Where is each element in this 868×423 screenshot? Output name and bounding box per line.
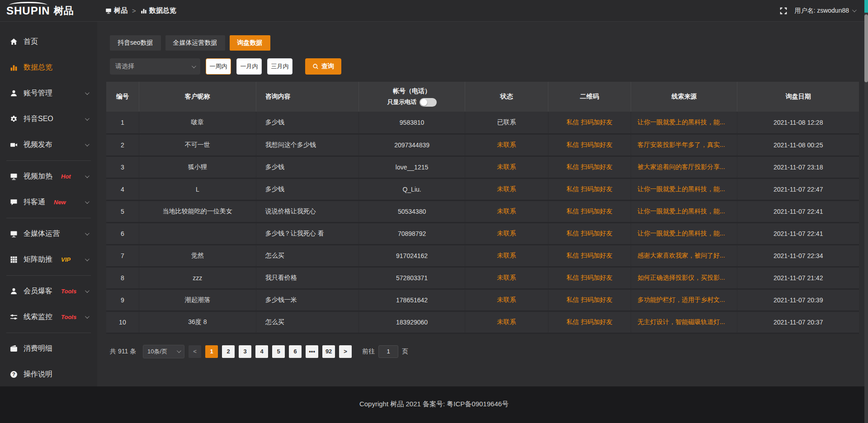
logo-text-en: SHUPIN: [6, 5, 50, 16]
next-page-button[interactable]: >: [339, 345, 352, 358]
qrcode-link[interactable]: 私信 扫码加好友: [566, 118, 613, 126]
cell-date: 2021-11-07 21:42: [737, 267, 859, 289]
phone-toggle-label: 只显示电话: [387, 98, 417, 106]
search-button[interactable]: 查询: [305, 58, 341, 75]
sidebar-item-线索监控[interactable]: 线索监控Tools: [0, 304, 97, 330]
page-button-92[interactable]: 92: [322, 345, 335, 358]
tab-inquiry-data[interactable]: 询盘数据: [230, 35, 270, 51]
cell-source[interactable]: 客厅安装投影半年多了，真实...: [631, 134, 737, 156]
cell-source[interactable]: 让你一眼就爱上的黑科技，能...: [631, 178, 737, 200]
sidebar-item-抖音SEO[interactable]: 抖音SEO: [0, 106, 97, 132]
goto-page-input[interactable]: [378, 345, 398, 358]
sidebar-item-视频发布[interactable]: 视频发布: [0, 132, 97, 158]
copyright-text: Copyright 树品 2021 备案号: 粤ICP备09019646号: [359, 400, 509, 423]
cell-account: Q_Liu.: [359, 178, 465, 200]
chevron-down-icon: [85, 257, 90, 261]
cell-source[interactable]: 让你一眼就爱上的黑科技，能...: [631, 200, 737, 222]
tab-douyin-seo-data[interactable]: 抖音seo数据: [110, 35, 161, 51]
cell-nickname: 潮起潮落: [139, 289, 256, 311]
sidebar-item-label: 账号管理: [24, 89, 52, 98]
page-button-1[interactable]: 1: [205, 345, 218, 358]
search-button-label: 查询: [321, 62, 334, 70]
qrcode-link[interactable]: 私信 扫码加好友: [566, 163, 613, 170]
page-ellipsis-button[interactable]: •••: [306, 345, 318, 358]
sidebar-item-label: 操作说明: [24, 370, 52, 379]
qrcode-link[interactable]: 私信 扫码加好友: [566, 230, 613, 237]
cell-qrcode: 私信 扫码加好友: [548, 222, 631, 244]
cell-source[interactable]: 多功能护栏灯，适用于乡村文...: [631, 289, 737, 311]
app-logo: SHUPIN 树品: [0, 4, 97, 18]
select-placeholder: 请选择: [115, 62, 134, 70]
username: 用户名: zswodun88: [794, 7, 849, 15]
scrollbar-thumb[interactable]: [864, 14, 868, 82]
cell-status: 未联系: [465, 178, 548, 200]
breadcrumb-separator: >: [132, 7, 136, 14]
cell-id: 3: [106, 156, 139, 178]
breadcrumb-item-current[interactable]: 数据总览: [141, 6, 176, 15]
qrcode-link[interactable]: 私信 扫码加好友: [566, 207, 613, 215]
sidebar-item-首页[interactable]: 首页: [0, 29, 97, 55]
cell-qrcode: 私信 扫码加好友: [548, 156, 631, 178]
sidebar-item-全媒体运营[interactable]: 全媒体运营: [0, 221, 97, 247]
cell-source[interactable]: 让你一眼就爱上的黑科技，能...: [631, 112, 737, 134]
range-button-quarter[interactable]: 三月内: [267, 58, 292, 75]
col-header-qrcode: 二维码: [548, 82, 631, 112]
cell-content: 多少钱: [256, 112, 359, 134]
breadcrumb-label: 数据总览: [149, 6, 176, 15]
cell-source[interactable]: 无主灯设计，智能磁吸轨道灯...: [631, 311, 737, 333]
fullscreen-icon[interactable]: [780, 7, 787, 14]
page-button-3[interactable]: 3: [239, 345, 251, 358]
breadcrumb-item-home[interactable]: 树品: [105, 6, 127, 15]
user-icon: [10, 287, 18, 295]
page-size-label: 10条/页: [147, 348, 167, 356]
page-scrollbar[interactable]: [864, 0, 868, 423]
chevron-down-icon: [85, 231, 90, 235]
qrcode-link[interactable]: 私信 扫码加好友: [566, 274, 613, 281]
cell-qrcode: 私信 扫码加好友: [548, 244, 631, 267]
goto-unit: 页: [402, 348, 408, 356]
sidebar-item-矩阵助推[interactable]: 矩阵助推VIP: [0, 247, 97, 273]
sidebar-item-操作说明[interactable]: ?操作说明: [0, 362, 97, 387]
qrcode-link[interactable]: 私信 扫码加好友: [566, 252, 613, 259]
qrcode-link[interactable]: 私信 扫码加好友: [566, 185, 613, 193]
cell-nickname: [139, 222, 256, 244]
chevron-down-icon: [85, 116, 90, 121]
cell-date: 2021-11-07 22:47: [737, 178, 859, 200]
page-button-6[interactable]: 6: [289, 345, 302, 358]
range-button-week[interactable]: 一周内: [206, 58, 231, 75]
cell-content: 多少钱一米: [256, 289, 359, 311]
prev-page-button[interactable]: <: [189, 345, 201, 358]
cell-source[interactable]: 如何正确选择投影仪，买投影...: [631, 267, 737, 289]
sidebar-item-账号管理[interactable]: 账号管理: [0, 80, 97, 106]
cell-source[interactable]: 被大家追着问的客厅投影分享...: [631, 156, 737, 178]
wallet-icon: [10, 345, 18, 352]
sidebar-item-抖客通[interactable]: 抖客通New: [0, 189, 97, 215]
sidebar-item-会员爆客[interactable]: 会员爆客Tools: [0, 278, 97, 304]
qrcode-link[interactable]: 私信 扫码加好友: [566, 141, 613, 148]
sidebar-item-数据总览[interactable]: 数据总览: [0, 55, 97, 80]
monitor-icon: [105, 8, 112, 14]
cell-source[interactable]: 让你一眼就爱上的黑科技，能...: [631, 222, 737, 244]
qrcode-link[interactable]: 私信 扫码加好友: [566, 318, 613, 325]
sidebar-item-视频加热[interactable]: 视频加热Hot: [0, 164, 97, 189]
status-badge: 未联系: [497, 296, 516, 303]
phone-only-toggle[interactable]: [420, 98, 437, 107]
cell-status: 未联系: [465, 244, 548, 267]
sidebar-item-消费明细[interactable]: 消费明细: [0, 336, 97, 362]
cell-qrcode: 私信 扫码加好友: [548, 267, 631, 289]
range-button-month[interactable]: 一月内: [236, 58, 262, 75]
page-size-select[interactable]: 10条/页: [143, 345, 184, 358]
status-badge: 未联系: [497, 141, 516, 148]
qrcode-link[interactable]: 私信 扫码加好友: [566, 296, 613, 303]
cell-id: 9: [106, 289, 139, 311]
cell-source[interactable]: 感谢大家喜欢我家，被问了好...: [631, 244, 737, 267]
sliders-icon: [10, 313, 18, 321]
account-select[interactable]: 请选择: [110, 58, 200, 75]
page-button-2[interactable]: 2: [222, 345, 235, 358]
user-menu[interactable]: 用户名: zswodun88: [794, 7, 855, 15]
page-button-4[interactable]: 4: [255, 345, 268, 358]
tab-media-operation-data[interactable]: 全媒体运营数据: [165, 35, 225, 51]
cell-date: 2021-11-08 12:28: [737, 112, 859, 134]
cell-content: 多少钱？让我死心 看: [256, 222, 359, 244]
page-button-5[interactable]: 5: [272, 345, 285, 358]
